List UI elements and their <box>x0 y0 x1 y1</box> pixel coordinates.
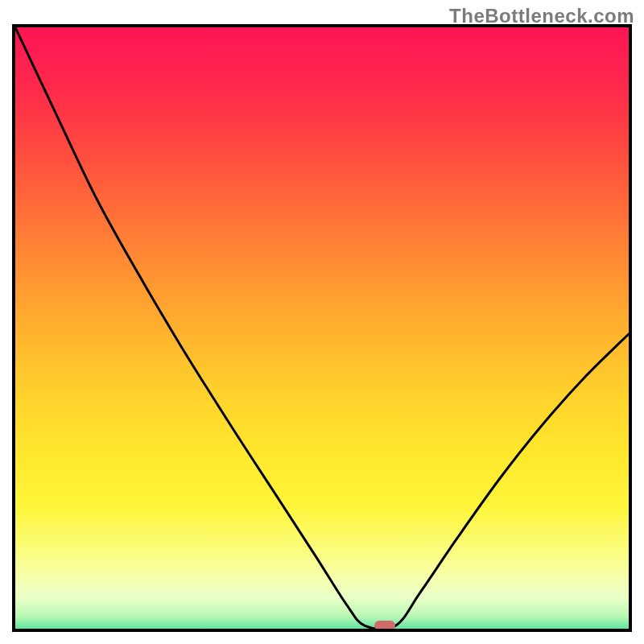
bottleneck-curve <box>15 27 629 629</box>
optimal-marker <box>374 621 395 630</box>
plot-area <box>12 24 632 632</box>
chart-container: TheBottleneck.com <box>0 0 644 644</box>
watermark-text: TheBottleneck.com <box>449 5 634 27</box>
